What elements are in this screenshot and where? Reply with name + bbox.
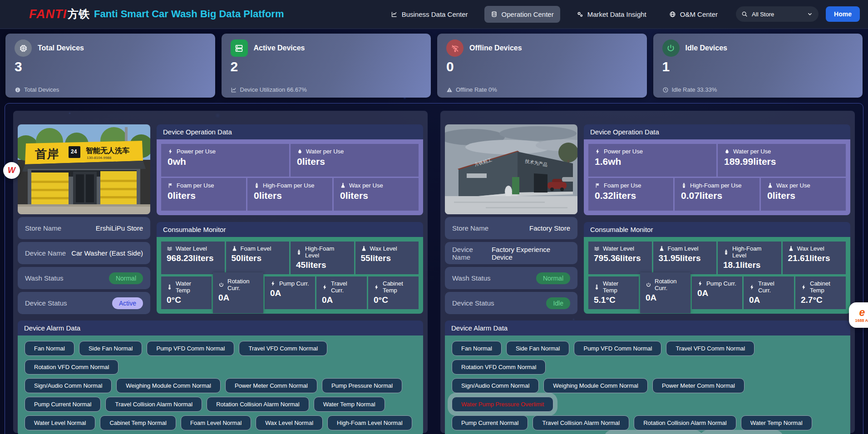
metric-cell-label: Water Temp [594,280,633,294]
stat-card-footer: Offline Rate 0% [446,86,638,93]
home-button[interactable]: Home [826,6,860,22]
metric-cell-label: Travel Curr. [749,280,789,294]
metric-cell-high-foam-per-use: High-Foam per Use0liters [247,178,332,211]
main-nav: Business Data CenterOperation CenterMark… [385,6,724,23]
metric-label-text: Pump Curr. [706,280,736,287]
nav-item-business-data-center[interactable]: Business Data Center [385,6,474,23]
metric-cell-label: Foam per Use [168,182,240,189]
metric-cell-high-foam-level: High-Foam Level18.1liters [718,242,781,274]
metric-label-text: Foam Level [241,245,271,252]
stat-card-label: Active Devices [254,44,305,52]
info-row-wash-status: Wash StatusNormal [445,267,577,289]
metric-cell-label: Water per Use [724,148,839,155]
metric-cell-water-per-use: Water per Use189.99liters [718,144,846,177]
metric-cell-water-level: Water Level795.36liters [588,242,652,274]
device-alarm-section: Device Alarm DataFan NormalSide Fan Norm… [18,321,423,434]
metric-cell-value: 0liters [767,190,839,201]
consumable-body: Water Level968.23litersFoam Level50liter… [157,237,423,314]
flask-icon [361,246,367,252]
metric-label-text: Wax Level [370,245,397,252]
alarm-chip-cabinet-temp-normal: Cabinet Temp Normal [100,415,176,430]
metric-cell-value: 0liters [297,156,412,167]
1688-ai-floating-badge[interactable]: e 1688 Ai [849,302,868,328]
metric-cell-value: 0A [646,293,685,303]
nav-item-o-m-center[interactable]: O&M Center [663,6,724,23]
metric-label-text: Foam Level [668,245,699,252]
metric-cell-foam-per-use: Foam per Use0.32liters [588,178,673,211]
device-panel-ershilipu: 首岸24智能无人洗车130-8104-9988Store NameErshiLi… [13,111,428,433]
metric-label-text: Water per Use [733,148,771,155]
alarm-chip-side-fan-normal: Side Fan Normal [506,341,570,356]
metric-cell-label: Water Level [167,245,219,252]
alarm-chip-row: Sign/Audio Comm NormalWeighing Module Co… [449,376,846,414]
stat-card-idle-devices: Idle Devices1Idle Rate 33.33% [653,34,863,98]
1688-ai-label: 1688 Ai [855,318,868,323]
stat-card-value: 2 [231,60,422,74]
globe-icon [669,11,676,18]
svg-text:130-8104-9988: 130-8104-9988 [87,156,112,160]
svg-text:首岸: 首岸 [35,147,59,161]
metric-cell-value: 2.7°C [801,295,840,305]
alarm-chip-wax-level-normal: Wax Level Normal [256,415,323,430]
nav-item-operation-center[interactable]: Operation Center [484,6,560,23]
flag-icon [168,182,173,188]
alarm-chip-pump-current-normal: Pump Current Normal [25,397,101,412]
section-title: Device Alarm Data [18,321,423,335]
metric-cell-value: 18.1liters [723,260,776,270]
metric-cell-cabinet-temp: Cabinet Temp0°C [368,276,419,309]
wps-floating-badge[interactable]: W [3,162,20,179]
metric-cell-rotation-curr: Rotation Curr.0A [213,272,263,313]
metric-label-text: Wax per Use [349,182,383,189]
stat-card-footer-text: Idle Rate 33.33% [672,86,717,93]
metric-cell-wax-level: Wax Level21.61liters [783,242,846,274]
metric-label-text: Water Level [176,245,207,252]
stat-card-footer-text: Total Devices [24,86,59,93]
metric-cell-value: 0.32liters [595,190,667,201]
info-row-value: Factory Experience Device [492,246,570,261]
svg-text:24: 24 [71,148,77,155]
alarm-chip-travel-vfd-comm-normal: Travel VFD Comm Normal [239,341,327,356]
info-row-label: Store Name [25,224,61,232]
metric-cell-value: 50liters [232,253,284,263]
stat-card-value: 1 [662,60,854,74]
alarm-chip-water-temp-normal: Water Temp Normal [314,397,385,412]
device-operation-section: Device Operation DataPower per Use1.6whW… [584,124,850,215]
alarm-chip-row: Fan NormalSide Fan NormalPump VFD Comm N… [449,339,846,376]
device-monitor-container: 首岸24智能无人洗车130-8104-9988Store NameErshiLi… [5,103,863,434]
metric-cell-value: 1.6wh [595,156,710,167]
alarm-chip-water-temp-normal: Water Temp Normal [741,415,812,430]
metric-cell-label: Pump Curr. [697,280,737,287]
metric-cell-label: High-Foam per Use [681,182,753,189]
metric-cell-label: Wax Level [788,245,841,252]
bottle-icon [723,249,729,255]
info-row-value: ErshiLiPu Store [96,224,143,232]
metric-cell-value: 0°C [374,295,413,305]
nav-item-label: O&M Center [680,10,718,18]
device-alarm-section: Device Alarm DataFan NormalSide Fan Norm… [445,321,850,434]
app-header: FANTI 方铁 Fanti Smart Car Wash Big Data P… [0,0,868,29]
flask-icon [788,246,794,252]
stat-card-head: Active Devices [231,39,422,57]
section-title: Device Alarm Data [445,321,850,335]
store-filter-select[interactable]: All Store [736,6,819,22]
metric-cell-value: 189.99liters [724,156,839,167]
metric-cell-value: 45liters [296,260,349,270]
stats-row: Total Devices3Total DevicesActive Device… [0,29,868,103]
metric-cell-value: 0A [697,288,737,298]
info-row-device-name: Device NameFactory Experience Device [445,242,577,264]
alarm-chip-sign-audio-comm-normal: Sign/Audio Comm Normal [25,378,112,393]
nav-item-label: Business Data Center [402,10,468,18]
nav-item-market-data-insight[interactable]: Market Data Insight [570,6,653,23]
alarm-chip-weighing-module-comm-normal: Weighing Module Comm Normal [543,378,648,393]
bottle-icon [296,249,302,255]
metric-cell-label: Foam Level [232,245,284,252]
metric-cell-foam-level: Foam Level31.95liters [653,242,717,274]
metric-label-text: High-Foam per Use [690,182,741,189]
metric-cell-label: Power per Use [168,148,283,155]
alarm-chip-power-meter-comm-normal: Power Meter Comm Normal [225,378,317,393]
droplet-icon [724,148,730,154]
info-row-device-name: Device NameCar Washer (East Side) [18,242,150,264]
metric-cell-label: Water Temp [167,280,206,294]
metric-cell-label: Foam Level [659,245,711,252]
device-operation-section: Device Operation DataPower per Use0whWat… [157,124,423,215]
